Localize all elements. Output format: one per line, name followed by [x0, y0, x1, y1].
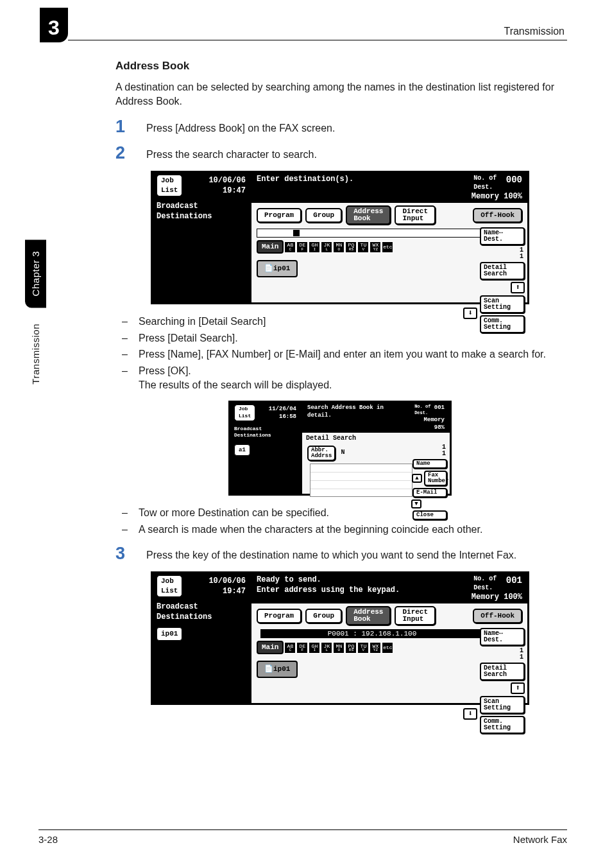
heading: Address Book [115, 59, 565, 74]
side-label: Chapter 3 Transmission [8, 205, 63, 430]
job-list-button[interactable]: Job List [157, 575, 182, 597]
address-book-tab[interactable]: Address Book [346, 205, 391, 225]
detail-search-title: Detail Search [302, 433, 450, 444]
bullet-d: Press [OK].The results of the search wil… [139, 364, 565, 392]
up-arrow-button[interactable]: ⬆ [511, 282, 525, 293]
page-counter: 1 1 [520, 247, 525, 260]
n-label: N [341, 446, 344, 457]
footer: 3-28 Network Fax [38, 829, 567, 845]
lcd3-datetime: 10/06/06 19:47 [208, 576, 246, 596]
program-tab[interactable]: Program [257, 208, 302, 223]
lcd1-memory: Memory 100% [472, 192, 522, 201]
a1-chip: a1 [234, 444, 250, 456]
key-etc[interactable]: etc [382, 241, 393, 253]
side-chapter: Chapter 3 [25, 239, 46, 308]
dest-count-label: No. of Dest. [473, 174, 497, 191]
lcd2-destcount: 001 [434, 404, 445, 411]
key-jk[interactable]: JKL [321, 642, 332, 654]
key-etc[interactable]: etc [382, 642, 393, 654]
key-gh[interactable]: GHI [309, 241, 320, 253]
offhook-button[interactable]: Off-Hook [473, 609, 522, 623]
bullet-a: Searching in [Detail Search] [139, 315, 565, 329]
lcd1-destcount: 000 [506, 175, 522, 185]
lcd1-prompt: Enter destination(s). [257, 174, 353, 202]
key-pq[interactable]: PQRS [345, 642, 357, 654]
lcd3-prompt-b: Enter address using the keypad. [257, 586, 400, 595]
key-jk[interactable]: JKL [321, 241, 332, 253]
key-wx[interactable]: WXYZ [370, 642, 381, 654]
step-3-text: Press the key of the destination name to… [146, 545, 565, 562]
page: 3 Transmission Chapter 3 Transmission Ad… [0, 0, 612, 868]
key-wx[interactable]: WXYZ [370, 241, 381, 253]
up-arrow-button[interactable]: ⬆ [511, 682, 525, 694]
job-list-button[interactable]: Job List [234, 404, 255, 421]
group-tab[interactable]: Group [305, 609, 342, 623]
key-tu[interactable]: TUV [357, 241, 369, 253]
job-list-button[interactable]: Job List [157, 175, 182, 196]
step-3-num: 3 [115, 545, 130, 562]
key-gh[interactable]: GHI [309, 642, 320, 654]
chapter-tab: 3 [40, 8, 68, 42]
page-number: 3-28 [38, 834, 58, 845]
page-counter: 1 1 [442, 444, 447, 457]
address-book-tab[interactable]: Address Book [346, 606, 391, 625]
group-tab[interactable]: Group [305, 208, 342, 223]
page-counter: 1 1 [520, 648, 525, 661]
sub-bullets-1: Searching in [Detail Search] Press [Deta… [139, 315, 565, 392]
detail-search-button[interactable]: Detail Search [480, 663, 525, 681]
broadcast-label: Broadcast Destinations [230, 423, 300, 442]
direct-input-tab[interactable]: Direct Input [395, 606, 436, 625]
lcd-screenshot-3: Job List 10/06/06 19:47 Broadcast Destin… [151, 571, 529, 705]
up-arrow-button[interactable]: ▲ [412, 474, 422, 483]
result-grid [310, 464, 412, 497]
side-section: Transmission [26, 312, 45, 396]
fax-number-button[interactable]: Fax Number [424, 471, 447, 486]
key-de[interactable]: DEF [296, 241, 308, 253]
key-mn[interactable]: MNO [333, 642, 344, 654]
lcd1-datetime: 10/06/06 19:47 [208, 175, 246, 196]
program-tab[interactable]: Program [257, 609, 302, 623]
key-tu[interactable]: TUV [357, 642, 369, 654]
main-tab[interactable]: Main [257, 641, 284, 654]
scan-setting-button[interactable]: Scan Setting [480, 295, 525, 313]
dest-ip01[interactable]: 📄ip01 [257, 260, 298, 277]
dest-ip01-selected[interactable]: 📄ip01 [257, 661, 298, 678]
lcd3-memory: Memory 100% [472, 593, 522, 602]
bullet-d-sub: The results of the search will be displa… [139, 378, 565, 392]
key-pq[interactable]: PQRS [345, 241, 357, 253]
search-field[interactable] [257, 229, 484, 238]
direct-input-tab[interactable]: Direct Input [395, 205, 436, 225]
bullet-b: Press [Detail Search]. [139, 331, 565, 345]
lcd3-destcount: 001 [506, 575, 522, 586]
key-ab[interactable]: ABC [284, 241, 296, 253]
main-tab[interactable]: Main [257, 240, 284, 254]
lcd-screenshot-1: Job List 10/06/06 19:47 Broadcast Destin… [151, 171, 529, 304]
offhook-button[interactable]: Off-Hook [473, 208, 522, 223]
key-ab[interactable]: ABC [284, 642, 296, 654]
lcd3-prompt-a: Ready to send. [257, 575, 321, 584]
broadcast-label: Broadcast Destinations [153, 198, 250, 224]
running-head: Transmission [504, 26, 565, 37]
bullet-c: Press [Name], [FAX Number] or [E-Mail] a… [139, 347, 565, 361]
lcd2-datetime: 11/26/04 16:58 [269, 405, 296, 421]
header-rule [68, 40, 567, 40]
footer-title: Network Fax [513, 834, 567, 845]
scan-setting-button[interactable]: Scan Setting [480, 696, 525, 714]
name-dest-button[interactable]: Name↔ Dest. [480, 227, 525, 245]
key-mn[interactable]: MNO [333, 241, 344, 253]
step-2-num: 2 [115, 144, 130, 162]
down-arrow-button[interactable]: ⬇ [463, 708, 477, 720]
address-info-bar: P0001 : 192.168.1.100 [260, 629, 484, 638]
dest-count-label: No. of Dest. [414, 404, 430, 416]
bullet-e: Tow or more Destination can be specified… [139, 506, 565, 520]
key-de[interactable]: DEF [296, 642, 308, 654]
broadcast-label: Broadcast Destinations [153, 599, 250, 625]
abbr-address-button[interactable]: Abbr. Addrss [307, 446, 336, 461]
bullet-f: A search is made when the characters at … [139, 523, 565, 537]
name-button[interactable]: Name [412, 459, 447, 469]
comm-setting-button[interactable]: Comm. Setting [480, 716, 525, 734]
detail-search-button[interactable]: Detail Search [480, 262, 525, 280]
name-dest-button[interactable]: Name↔ Dest. [480, 628, 525, 646]
email-button[interactable]: E-Mail [412, 488, 447, 498]
lcd2-prompt: Search Address Book in detail. [307, 404, 411, 431]
